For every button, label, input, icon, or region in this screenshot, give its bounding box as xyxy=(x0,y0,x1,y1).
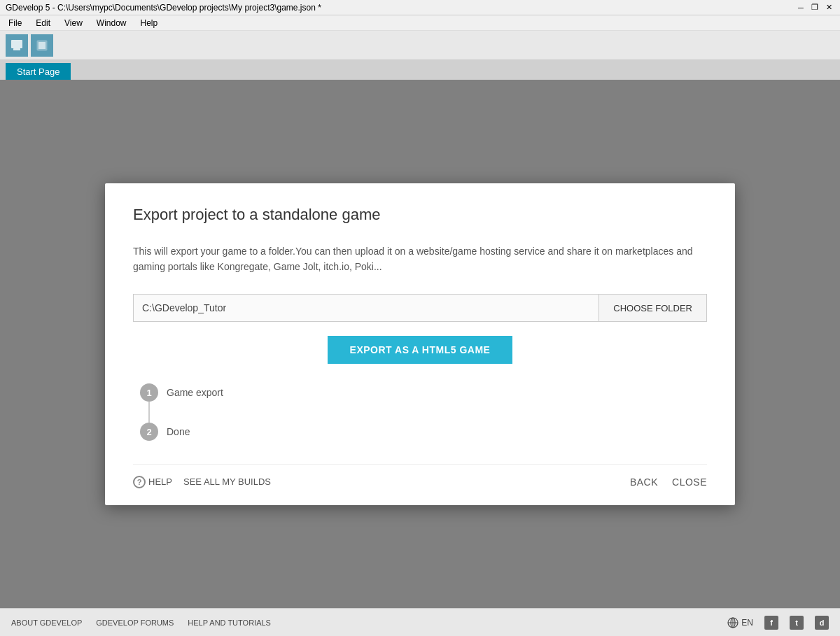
bottom-right: EN f t d xyxy=(727,616,829,630)
dialog-description: This will export your game to a folder.Y… xyxy=(133,243,707,275)
minimize-btn[interactable]: ─ xyxy=(795,2,806,13)
tab-start-page[interactable]: Start Page xyxy=(6,63,71,80)
help-label: HELP xyxy=(148,476,172,487)
toolbar-button-2[interactable] xyxy=(31,34,53,57)
folder-row: CHOOSE FOLDER xyxy=(133,294,707,322)
menu-help[interactable]: Help xyxy=(135,17,164,29)
folder-path-input[interactable] xyxy=(133,294,598,322)
choose-folder-button[interactable]: CHOOSE FOLDER xyxy=(598,294,707,322)
back-button[interactable]: BACK xyxy=(630,476,658,488)
discord-icon[interactable]: d xyxy=(815,616,829,630)
step-1: 1 Game export xyxy=(140,383,707,402)
step-2-circle: 2 xyxy=(140,423,158,441)
bottom-links: ABOUT GDEVELOP GDEVELOP FORUMS HELP AND … xyxy=(11,619,271,627)
language-selector[interactable]: EN xyxy=(727,617,753,628)
see-all-builds-link[interactable]: SEE ALL MY BUILDS xyxy=(183,476,271,487)
dialog-footer: ? HELP SEE ALL MY BUILDS BACK CLOSE xyxy=(133,464,707,488)
facebook-icon[interactable]: f xyxy=(764,616,778,630)
step-connector xyxy=(148,402,150,423)
restore-btn[interactable]: ❐ xyxy=(809,2,820,13)
menu-bar: File Edit View Window Help xyxy=(0,15,840,31)
tab-bar: Start Page xyxy=(0,60,840,80)
footer-left: ? HELP SEE ALL MY BUILDS xyxy=(133,476,271,488)
help-tutorials-link[interactable]: HELP AND TUTORIALS xyxy=(188,619,271,627)
language-label: EN xyxy=(741,618,753,628)
close-window-btn[interactable]: ✕ xyxy=(823,2,834,13)
step-1-circle: 1 xyxy=(140,383,158,402)
globe-icon xyxy=(727,617,738,628)
gdevelop-forums-link[interactable]: GDEVELOP FORUMS xyxy=(96,619,174,627)
main-area: Export project to a standalone game This… xyxy=(0,80,840,608)
about-gdevelop-link[interactable]: ABOUT GDEVELOP xyxy=(11,619,82,627)
export-html5-button[interactable]: EXPORT AS A HTML5 GAME xyxy=(328,336,513,364)
svg-rect-1 xyxy=(13,48,20,50)
window-title: GDevelop 5 - C:\Users\mypc\Documents\GDe… xyxy=(6,3,795,13)
toolbar xyxy=(0,31,840,60)
svg-rect-3 xyxy=(38,42,46,49)
toolbar-button-1[interactable] xyxy=(6,34,28,57)
close-dialog-button[interactable]: CLOSE xyxy=(672,476,707,488)
menu-file[interactable]: File xyxy=(3,17,27,29)
title-bar: GDevelop 5 - C:\Users\mypc\Documents\GDe… xyxy=(0,0,840,15)
step-2: 2 Done xyxy=(140,423,707,441)
bottom-bar: ABOUT GDEVELOP GDEVELOP FORUMS HELP AND … xyxy=(0,608,840,636)
menu-view[interactable]: View xyxy=(59,17,88,29)
export-dialog: Export project to a standalone game This… xyxy=(105,183,735,505)
menu-window[interactable]: Window xyxy=(91,17,132,29)
twitter-icon[interactable]: t xyxy=(790,616,804,630)
step-1-label: Game export xyxy=(167,387,223,398)
dialog-title: Export project to a standalone game xyxy=(133,206,707,224)
export-steps: 1 Game export 2 Done xyxy=(133,383,707,441)
svg-rect-0 xyxy=(11,40,22,48)
menu-edit[interactable]: Edit xyxy=(30,17,56,29)
footer-right: BACK CLOSE xyxy=(630,476,707,488)
help-link[interactable]: ? HELP xyxy=(133,476,172,488)
help-icon: ? xyxy=(133,476,146,488)
step-2-label: Done xyxy=(167,426,190,437)
window-controls: ─ ❐ ✕ xyxy=(795,2,834,13)
